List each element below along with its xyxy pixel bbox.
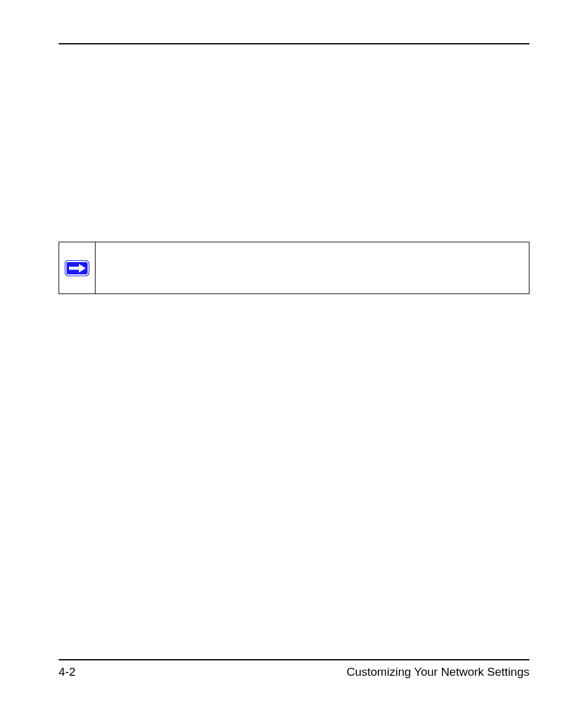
- note-icon-cell: [59, 242, 96, 293]
- section-title: Customizing Your Network Settings: [346, 665, 529, 679]
- header-rule: [59, 43, 529, 44]
- svg-rect-2: [69, 266, 79, 269]
- footer-rule: [59, 659, 529, 660]
- note-box: [59, 242, 529, 294]
- arrow-right-icon: [64, 260, 90, 277]
- footer-row: 4-2 Customizing Your Network Settings: [59, 665, 529, 679]
- page-number: 4-2: [59, 665, 75, 679]
- note-text: [96, 242, 529, 293]
